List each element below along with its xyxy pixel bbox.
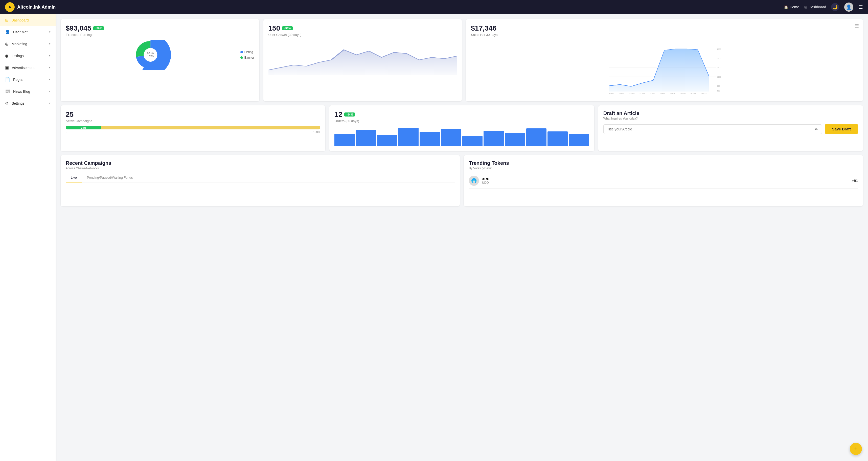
user-growth-card: 150 ↑56% User Growth (30 days) <box>264 19 462 101</box>
marketing-icon: ◎ <box>5 41 9 46</box>
earnings-badge: ↑56% <box>93 26 104 30</box>
nav-dashboard-link[interactable]: ⊞ Dashboard <box>804 5 826 9</box>
draft-title: Draft an Article <box>603 111 858 116</box>
orders-value: 12 <box>334 111 342 119</box>
sidebar-item-user-mgt[interactable]: 👤 User Mgt ▾ <box>0 26 56 38</box>
banner-dot <box>240 56 243 59</box>
sidebar-item-settings[interactable]: ⚙ Settings ▾ <box>0 97 56 109</box>
chart-menu-icon[interactable]: ☰ <box>855 23 859 29</box>
token-sub: UDQ <box>482 181 849 185</box>
draft-article-card: Draft an Article What Inspires You today… <box>598 105 863 151</box>
sales-card: $17,346 Sales last 30 days ☰ <box>466 19 863 101</box>
trending-tokens-card: Trending Tokens By Votes (7Days) 🌐 XRP U… <box>464 155 863 206</box>
pie-chart: 52.1% 47.9% <box>66 40 235 70</box>
main-content: $93,045 ↑56% Expected Earnings 52.1% <box>56 14 868 461</box>
campaigns-label: Active Campaigns <box>66 119 320 123</box>
user-growth-badge: ↑56% <box>282 26 293 30</box>
svg-text:47.9%: 47.9% <box>147 55 154 57</box>
chevron-down-icon: ▾ <box>49 66 51 69</box>
svg-text:Dec '22: Dec '22 <box>702 93 707 94</box>
sidebar-item-advertisement[interactable]: ▣ Advertisement ▾ <box>0 62 56 73</box>
article-title-input[interactable] <box>607 127 815 131</box>
svg-text:19 Nov: 19 Nov <box>660 93 665 94</box>
svg-text:04 Nov: 04 Nov <box>609 93 615 94</box>
app-header: A Altcoin.Ink Admin 🏠 Home ⊞ Dashboard 🌙… <box>0 0 868 14</box>
app-logo: A Altcoin.Ink Admin <box>5 2 784 12</box>
trending-subtitle: By Votes (7Days) <box>469 166 858 170</box>
bar-5 <box>420 132 440 146</box>
sidebar: ⊞ Dashboard 👤 User Mgt ▾ ◎ Marketing ▾ ◉… <box>0 14 56 461</box>
progress-labels: 0 100% <box>66 130 320 133</box>
svg-text:13 Nov: 13 Nov <box>640 93 645 94</box>
orders-bar-chart <box>334 126 589 146</box>
sidebar-item-dashboard[interactable]: ⊞ Dashboard <box>0 14 56 26</box>
user-growth-value: 150 <box>269 24 280 32</box>
chevron-down-icon: ▾ <box>49 102 51 105</box>
edit-icon[interactable]: ✏ <box>815 127 818 131</box>
svg-text:900: 900 <box>717 85 720 87</box>
moon-icon: 🌙 <box>833 5 838 9</box>
svg-text:16 Nov: 16 Nov <box>650 93 655 94</box>
bar-12 <box>569 134 589 146</box>
sidebar-item-pages[interactable]: 📄 Pages ▾ <box>0 73 56 86</box>
token-votes: +91 <box>852 179 858 183</box>
active-campaigns-card: 25 Active Campaigns 14% 0 100% <box>61 105 325 151</box>
plus-icon: + <box>854 445 858 452</box>
campaigns-value: 25 <box>66 111 73 119</box>
listing-dot <box>240 51 243 53</box>
app-title: Altcoin.Ink Admin <box>17 5 56 10</box>
progress-bar-bg: 14% <box>66 126 320 129</box>
draft-input-row: ✏ Save Draft <box>603 124 858 134</box>
bar-3 <box>377 135 397 146</box>
svg-text:600: 600 <box>717 90 720 92</box>
orders-label: Orders (30 days) <box>334 119 589 123</box>
sales-value: $17,346 <box>471 24 496 32</box>
tab-live[interactable]: Live <box>66 173 82 183</box>
sidebar-item-listings[interactable]: ◉ Listings ▾ <box>0 50 56 62</box>
bar-2 <box>356 130 376 146</box>
bar-1 <box>334 134 354 146</box>
pages-icon: 📄 <box>5 77 10 82</box>
chevron-down-icon: ▾ <box>49 54 51 57</box>
listings-icon: ◉ <box>5 53 9 58</box>
bar-8 <box>484 131 504 146</box>
news-blog-icon: 📰 <box>5 89 10 94</box>
svg-text:28 Nov: 28 Nov <box>690 93 696 94</box>
bottom-row: Recent Campaigns Across Chains/Networks … <box>61 155 863 206</box>
banner-legend: Banner <box>240 56 254 59</box>
recent-campaigns-card: Recent Campaigns Across Chains/Networks … <box>61 155 460 206</box>
tab-pending[interactable]: Pending/Paused/Waiting Funds <box>82 173 138 183</box>
dashboard-sidebar-icon: ⊞ <box>5 18 8 23</box>
logo-icon: A <box>5 2 15 12</box>
sidebar-item-news-blog[interactable]: 📰 News Blog ▾ <box>0 86 56 97</box>
progress-bar-fill: 14% <box>66 126 101 129</box>
earnings-card: $93,045 ↑56% Expected Earnings 52.1% <box>61 19 259 101</box>
sales-chart-area: 2100 1800 1500 1200 900 600 <box>471 40 858 96</box>
user-avatar[interactable]: 👤 <box>844 3 853 11</box>
chevron-down-icon: ▾ <box>49 30 51 34</box>
hamburger-menu-button[interactable]: ☰ <box>858 4 863 10</box>
dark-mode-button[interactable]: 🌙 <box>831 3 839 11</box>
trending-title: Trending Tokens <box>469 160 858 166</box>
fab-button[interactable]: + <box>850 443 862 455</box>
pie-chart-container: 52.1% 47.9% Listing Banner <box>66 40 254 70</box>
chevron-down-icon: ▾ <box>49 42 51 45</box>
orders-card: 12 ↑64% Orders (30 days) <box>329 105 594 151</box>
listing-legend: Listing <box>240 50 254 54</box>
draft-subtitle: What Inspires You today? <box>603 117 858 120</box>
svg-text:52.1%: 52.1% <box>147 52 154 54</box>
orders-badge: ↑64% <box>344 113 355 117</box>
svg-text:22 Nov: 22 Nov <box>670 93 676 94</box>
bar-4 <box>398 128 418 146</box>
home-icon: 🏠 <box>784 5 788 9</box>
campaigns-progress-container: 14% 0 100% <box>66 126 320 133</box>
bar-11 <box>548 131 568 146</box>
save-draft-button[interactable]: Save Draft <box>825 124 858 134</box>
settings-icon: ⚙ <box>5 101 9 106</box>
line-chart-svg <box>269 40 457 75</box>
user-growth-chart <box>269 40 457 75</box>
campaigns-section-title: Recent Campaigns <box>66 160 455 166</box>
sidebar-item-marketing[interactable]: ◎ Marketing ▾ <box>0 38 56 50</box>
nav-home-link[interactable]: 🏠 Home <box>784 5 799 9</box>
svg-text:07 Nov: 07 Nov <box>619 93 625 94</box>
